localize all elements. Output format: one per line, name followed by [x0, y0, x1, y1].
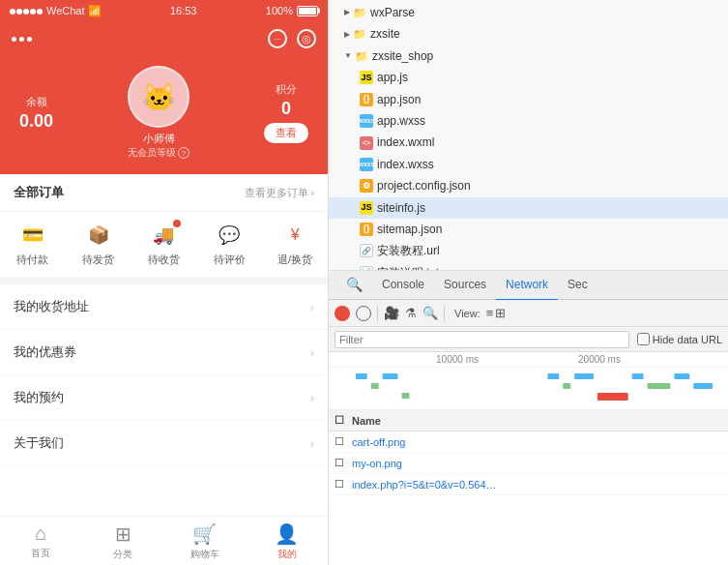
hide-data-label: Hide data URL — [653, 334, 722, 345]
nav-home[interactable]: ⌂ 首页 — [0, 522, 82, 561]
column-name: Name — [352, 415, 722, 427]
user-name: 小师傅 — [143, 132, 175, 146]
table-row[interactable]: ☐ cart-off.png — [329, 431, 728, 453]
order-item-3[interactable]: 💬 待评价 — [196, 222, 262, 267]
tree-item-appwxss[interactable]: wxss app.wxss — [329, 110, 728, 132]
table-row[interactable]: ☐ index.php?i=5&t=0&v=0.564… — [329, 474, 728, 495]
tab-security[interactable]: Sec — [558, 270, 597, 301]
tab-console[interactable]: Console — [372, 270, 434, 301]
nav-back-dots[interactable] — [12, 37, 32, 42]
status-bar: WeChat 📶 16:53 100% — [0, 0, 328, 21]
tree-item-zxsite[interactable]: ▶ 📁 zxsite — [329, 23, 728, 45]
search-icon[interactable]: 🔍 — [422, 306, 438, 320]
svg-rect-9 — [648, 383, 671, 389]
list-view-icon[interactable]: ≡ — [486, 306, 494, 320]
tree-view-icon[interactable]: ⊞ — [495, 306, 506, 320]
filter-bar: Hide data URL — [329, 327, 728, 352]
tree-item-appjson[interactable]: {} app.json — [329, 89, 728, 110]
devtools-panel: ▶ 📁 wxParse ▶ 📁 zxsite ▼ 📁 zxsite_shop J… — [329, 0, 728, 565]
bottom-nav: ⌂ 首页 ⊞ 分类 🛒 购物车 👤 我的 — [0, 516, 328, 565]
json-file-icon: {} — [360, 223, 373, 236]
js-file-icon: JS — [360, 71, 373, 84]
camera-icon[interactable]: 🎥 — [384, 306, 399, 320]
view-label: View: — [454, 308, 480, 319]
url-file-icon: 🔗 — [360, 244, 373, 257]
json-file-icon: {} — [360, 93, 373, 106]
scan-icon[interactable]: ◎ — [297, 29, 316, 48]
svg-rect-7 — [597, 393, 628, 401]
menu-item-about[interactable]: 关于我们 › — [0, 421, 328, 466]
file-tree: ▶ 📁 wxParse ▶ 📁 zxsite ▼ 📁 zxsite_shop J… — [329, 0, 728, 271]
network-timeline: 10000 ms 20000 ms — [329, 352, 728, 410]
signal-dots — [10, 5, 44, 16]
svg-rect-10 — [674, 373, 689, 379]
tab-network[interactable]: Network — [496, 270, 558, 301]
more-icon[interactable]: ··· — [268, 29, 287, 48]
order-item-1[interactable]: 📦 待发货 — [66, 222, 131, 267]
wifi-icon: 📶 — [88, 5, 102, 17]
devtools-toolbar: 🎥 ⚗ 🔍 View: ≡ ⊞ — [329, 300, 728, 327]
tree-item-siteinfo[interactable]: JS siteinfo.js — [329, 197, 728, 219]
order-item-0[interactable]: 💳 待付款 — [0, 222, 66, 267]
menu-item-address[interactable]: 我的收货地址 › — [0, 284, 328, 330]
svg-rect-3 — [401, 393, 409, 399]
order-item-2[interactable]: 🚚 待收货 — [131, 222, 197, 267]
wxss-file-icon: wxss — [360, 114, 373, 128]
tree-item-install-url[interactable]: 🔗 安装教程.url — [329, 240, 728, 261]
chevron-right-icon: › — [310, 391, 314, 405]
balance-label: 余额 — [26, 95, 47, 109]
level-question-icon[interactable]: ? — [178, 147, 189, 159]
battery-icon — [297, 6, 318, 16]
tree-item-wxparse[interactable]: ▶ 📁 wxParse — [329, 2, 728, 23]
tab-sources[interactable]: Sources — [434, 270, 496, 301]
svg-rect-0 — [356, 373, 367, 379]
js-file-icon: JS — [360, 201, 373, 215]
menu-item-reservation[interactable]: 我的预约 › — [0, 375, 328, 421]
nav-mine[interactable]: 👤 我的 — [246, 522, 328, 561]
tree-item-indexwxss[interactable]: wxss index.wxss — [329, 154, 728, 175]
menu-item-coupon[interactable]: 我的优惠券 › — [0, 330, 328, 375]
points-value: 0 — [281, 99, 291, 119]
tree-item-zxsite-shop[interactable]: ▼ 📁 zxsite_shop — [329, 45, 728, 67]
user-level: 无会员等级 ? — [128, 146, 189, 160]
filter-input[interactable] — [335, 331, 629, 348]
hide-data-checkbox[interactable]: Hide data URL — [637, 333, 722, 345]
timeline-bars — [329, 368, 728, 410]
svg-rect-8 — [632, 373, 644, 379]
order-item-4[interactable]: ¥ 退/换货 — [262, 222, 328, 267]
profile-header: 余额 0.00 🐱 小师傅 无会员等级 ? 积分 0 查看 — [0, 56, 328, 174]
nav-category[interactable]: ⊞ 分类 — [82, 522, 164, 561]
tab-inspect-icon[interactable]: 🔍 — [336, 270, 372, 301]
clock: 16:53 — [170, 5, 197, 16]
tree-item-sitemap[interactable]: {} sitemap.json — [329, 219, 728, 240]
svg-rect-1 — [371, 383, 379, 389]
chevron-right-icon: › — [310, 187, 314, 198]
folder-icon: 📁 — [355, 47, 368, 66]
points-label: 积分 — [276, 82, 297, 97]
table-row[interactable]: ☐ my-on.png — [329, 453, 728, 474]
tree-item-projectconfig[interactable]: ⚙ project.config.json — [329, 175, 728, 196]
filter-icon[interactable]: ⚗ — [405, 306, 417, 320]
tree-item-appjs[interactable]: JS app.js — [329, 67, 728, 88]
balance-value: 0.00 — [19, 111, 53, 132]
record-button[interactable] — [335, 306, 350, 321]
red-dot-badge — [173, 220, 181, 227]
chevron-right-icon: › — [310, 436, 314, 451]
network-table: ☐ Name ☐ cart-off.png ☐ my-on.png ☐ inde… — [329, 410, 728, 565]
battery-label: 100% — [266, 5, 293, 16]
folder-icon: 📁 — [353, 25, 366, 44]
nav-cart[interactable]: 🛒 购物车 — [164, 522, 247, 561]
points-section: 积分 0 查看 — [264, 82, 308, 143]
nav-right-icons[interactable]: ··· ◎ — [268, 29, 316, 48]
profile-icon: 👤 — [275, 522, 299, 546]
svg-rect-4 — [547, 373, 559, 379]
status-right: 100% — [266, 5, 318, 16]
svg-rect-5 — [563, 383, 570, 389]
stop-button[interactable] — [356, 306, 371, 321]
orders-more-link[interactable]: 查看更多订单 › — [245, 186, 314, 200]
view-points-button[interactable]: 查看 — [264, 123, 308, 143]
table-header: ☐ Name — [329, 410, 728, 431]
tree-item-indexwxml[interactable]: <> index.wxml — [329, 132, 728, 153]
hide-data-checkbox-input[interactable] — [637, 333, 650, 345]
avatar: 🐱 — [128, 66, 189, 128]
